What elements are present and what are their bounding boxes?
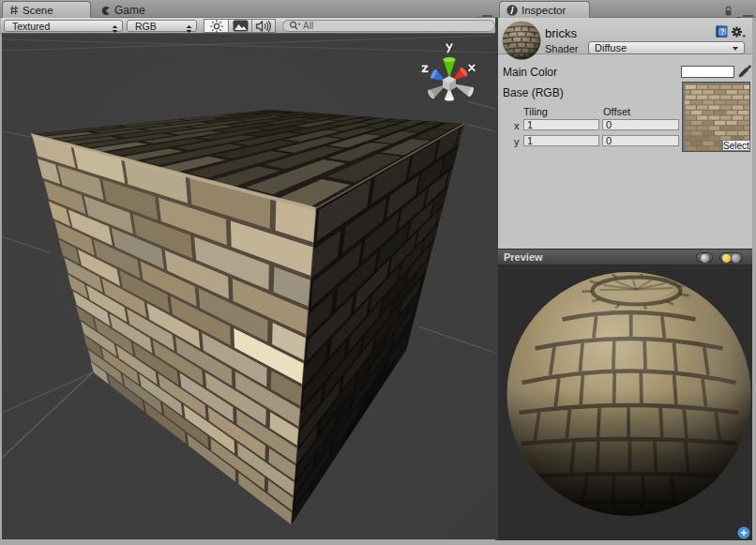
- svg-text:?: ?: [720, 27, 725, 36]
